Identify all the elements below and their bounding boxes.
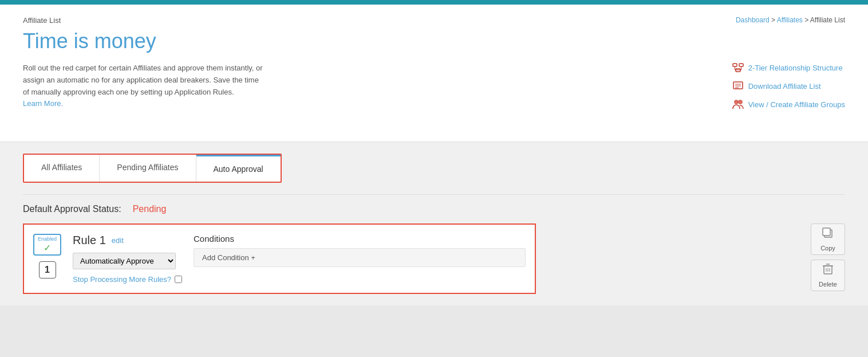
rule-title: Rule 1 — [73, 234, 106, 247]
add-condition-button[interactable]: Add Condition + — [194, 248, 526, 267]
view-create-label: View / Create Affiliate Groups — [748, 100, 845, 109]
main-content: All Affiliates Pending Affiliates Auto A… — [0, 142, 868, 305]
enabled-badge: Enabled ✓ — [33, 234, 61, 256]
breadcrumb-sep1: > — [771, 16, 777, 24]
tabs-container: All Affiliates Pending Affiliates Auto A… — [23, 154, 282, 183]
tier-icon — [732, 62, 744, 73]
svg-point-12 — [739, 100, 742, 104]
rule-middle-panel: Rule 1 edit Automatically Approve Reject… — [73, 234, 182, 284]
breadcrumb: Dashboard > Affiliates > Affiliate List — [736, 16, 845, 24]
rule-action-select[interactable]: Automatically Approve Reject Pending — [73, 253, 176, 269]
rule-edit-link[interactable]: edit — [112, 236, 124, 245]
svg-point-11 — [735, 100, 738, 104]
copy-label: Copy — [820, 245, 835, 252]
rule-container: Enabled ✓ 1 Rule 1 edit Automatically Ap… — [23, 223, 536, 294]
download-label: Download Affiliate List — [748, 82, 821, 91]
check-icon: ✓ — [38, 242, 57, 253]
enabled-label: Enabled — [38, 236, 57, 242]
section-divider — [23, 194, 845, 195]
description-line3: of manually approving each one by settin… — [23, 88, 234, 96]
tier-structure-link[interactable]: 2-Tier Relationship Structure — [732, 62, 845, 73]
svg-rect-14 — [823, 228, 830, 236]
stop-processing-label: Stop Processing More Rules? — [73, 275, 171, 284]
approval-status-row: Default Approval Status: Pending — [23, 204, 845, 214]
copy-icon — [822, 227, 834, 242]
page-description: Roll out the red carpet for certain Affi… — [23, 62, 321, 110]
svg-rect-1 — [739, 64, 743, 66]
tier-label: 2-Tier Relationship Structure — [748, 64, 843, 72]
header-section: Affiliate List Time is money Roll out th… — [0, 5, 868, 142]
rule-left-panel: Enabled ✓ 1 — [33, 234, 61, 278]
conditions-title: Conditions — [194, 234, 526, 244]
download-affiliate-link[interactable]: Download Affiliate List — [732, 80, 845, 92]
rule-title-row: Rule 1 edit — [73, 234, 182, 247]
page-title: Time is money — [23, 29, 845, 53]
top-bar — [0, 0, 868, 5]
conditions-section: Conditions Add Condition + — [194, 234, 526, 267]
breadcrumb-affiliates[interactable]: Affiliates — [777, 16, 803, 24]
page-label: Affiliate List — [23, 16, 845, 25]
svg-rect-0 — [733, 64, 737, 66]
download-icon — [732, 80, 744, 92]
description-line1: Roll out the red carpet for certain Affi… — [23, 64, 263, 72]
right-links-panel: 2-Tier Relationship Structure Download A… — [732, 62, 845, 110]
description-line2: assign an automatic no for any applicati… — [23, 76, 259, 84]
tab-pending-affiliates[interactable]: Pending Affiliates — [100, 155, 196, 182]
approval-status-value: Pending — [133, 204, 167, 214]
rule-number: 1 — [39, 261, 56, 278]
breadcrumb-sep2: > — [804, 16, 810, 24]
approval-status-label: Default Approval Status: — [23, 204, 121, 214]
tab-auto-approval[interactable]: Auto Approval — [196, 155, 281, 182]
delete-label: Delete — [819, 281, 837, 288]
breadcrumb-current: Affiliate List — [810, 16, 845, 24]
stop-processing-checkbox[interactable] — [175, 276, 182, 283]
trash-icon — [822, 263, 834, 278]
groups-icon — [732, 99, 744, 110]
copy-button[interactable]: Copy — [811, 223, 845, 255]
delete-button[interactable]: Delete — [811, 260, 845, 291]
view-create-groups-link[interactable]: View / Create Affiliate Groups — [732, 99, 845, 110]
learn-more-link[interactable]: Learn More. — [23, 99, 63, 108]
tab-all-affiliates[interactable]: All Affiliates — [24, 155, 100, 182]
breadcrumb-dashboard[interactable]: Dashboard — [736, 16, 770, 24]
stop-processing-row: Stop Processing More Rules? — [73, 275, 182, 284]
rule-actions-panel: Copy Delete — [811, 223, 845, 291]
